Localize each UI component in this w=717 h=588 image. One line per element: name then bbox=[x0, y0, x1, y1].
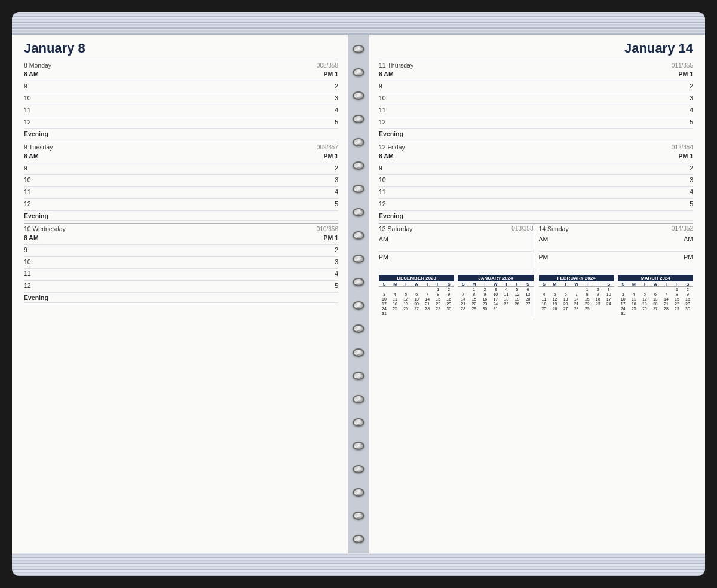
day-12-label-3: 11 bbox=[379, 188, 386, 197]
day-11-pm-1: 2 bbox=[690, 82, 693, 91]
day-8-row-2: 10 3 bbox=[24, 93, 338, 105]
day-8-pm-2: 3 bbox=[335, 94, 338, 103]
day-9-pm-4: 5 bbox=[335, 200, 338, 209]
day-12-row-0: 8 AM PM 1 bbox=[379, 151, 693, 163]
day-10-header: 10 Wednesday 010/356 bbox=[24, 223, 338, 232]
mini-cal-feb-grid: SMTWTFS 123 45678910 11121314151617 1819… bbox=[539, 282, 614, 311]
ring-12 bbox=[353, 301, 364, 310]
day-12-section: 12 Friday 012/354 8 AM PM 1 9 2 10 3 11 bbox=[379, 142, 693, 221]
mini-cal-dec-grid: SMTWTFS 12 3456789 10111213141516 171819… bbox=[379, 282, 454, 316]
day-10-row-2: 10 3 bbox=[24, 257, 338, 269]
day-8-row-4: 12 5 bbox=[24, 117, 338, 129]
mini-cal-jan: JANUARY 2024 SMTWTFS 123456 78910111213 … bbox=[458, 275, 533, 316]
day-11-label-4: 12 bbox=[379, 118, 386, 127]
ring-4 bbox=[353, 115, 364, 123]
ring-13 bbox=[353, 324, 364, 333]
mini-cal-mar-grid: SMTWTFS 12 3456789 10111213141516 171819… bbox=[618, 282, 693, 316]
day-8-pm-1: 2 bbox=[335, 82, 338, 91]
day-11-label-3: 11 bbox=[379, 106, 386, 115]
mini-cals-right: FEBRUARY 2024 SMTWTFS 123 45678910 11121… bbox=[539, 272, 694, 316]
sunday-am-label: AM bbox=[539, 235, 549, 249]
day-10-pm-4: 5 bbox=[335, 282, 338, 291]
day-9-row-1: 9 2 bbox=[24, 163, 338, 175]
ring-8 bbox=[353, 208, 364, 216]
mini-calendars: DECEMBER 2023 SMTWTFS 12 3456789 1011121… bbox=[379, 272, 534, 316]
day-11-header: 11 Thursday 011/355 bbox=[379, 60, 693, 69]
ring-10 bbox=[353, 255, 364, 263]
day-10-row-0: 8 AM PM 1 bbox=[24, 233, 338, 245]
sunday-pm-label: PM bbox=[539, 253, 549, 267]
day-8-pm-3: 4 bbox=[335, 106, 338, 115]
day-11-row-0: 8 AM PM 1 bbox=[379, 69, 693, 81]
saturday-code: 013/353 bbox=[511, 225, 533, 232]
day-9-pm-2: 3 bbox=[335, 176, 338, 185]
day-8-code: 008/358 bbox=[317, 62, 338, 69]
day-9-pm-3: 4 bbox=[335, 188, 338, 197]
day-8-label-3: 11 bbox=[24, 106, 31, 115]
ring-17 bbox=[353, 418, 364, 427]
day-8-label-0: 8 AM bbox=[24, 71, 39, 79]
day-8-label-2: 10 bbox=[24, 94, 31, 103]
day-11-code: 011/355 bbox=[672, 62, 693, 69]
day-9-section: 9 Tuesday 009/357 8 AM PM 1 9 2 10 3 11 bbox=[24, 142, 338, 221]
top-stripe bbox=[12, 12, 705, 35]
day-10-section: 10 Wednesday 010/356 8 AM PM 1 9 2 10 3 … bbox=[24, 223, 338, 303]
day-8-row-1: 9 2 bbox=[24, 81, 338, 93]
day-10-label-4: 12 bbox=[24, 282, 31, 291]
sunday-section: 14 Sunday 014/352 AM AM PM PM bbox=[534, 224, 694, 317]
saturday-am-row: AM bbox=[379, 234, 534, 252]
day-9-evening: Evening bbox=[24, 211, 338, 221]
day-10-pm-3: 4 bbox=[335, 270, 338, 279]
mini-cal-jan-grid: SMTWTFS 123456 78910111213 1415161718192… bbox=[458, 282, 533, 311]
day-12-pm-1: 2 bbox=[690, 164, 693, 173]
ring-6 bbox=[353, 161, 364, 170]
day-10-label-0: 8 AM bbox=[24, 234, 39, 243]
day-12-label-4: 12 bbox=[379, 200, 386, 209]
day-11-section: 11 Thursday 011/355 8 AM PM 1 9 2 10 3 1… bbox=[379, 60, 693, 139]
saturday-name: 13 Saturday bbox=[379, 225, 413, 232]
day-8-evening: Evening bbox=[24, 129, 338, 139]
day-11-row-3: 11 4 bbox=[379, 105, 693, 117]
sunday-am-row: AM AM bbox=[539, 234, 694, 252]
right-page: January 14 11 Thursday 011/355 8 AM PM 1… bbox=[369, 35, 705, 553]
day-12-row-3: 11 4 bbox=[379, 187, 693, 199]
sunday-pm-row: PM PM bbox=[539, 252, 694, 270]
ring-7 bbox=[353, 185, 364, 193]
day-12-row-1: 9 2 bbox=[379, 163, 693, 175]
ring-1 bbox=[353, 45, 364, 53]
right-page-header: January 14 bbox=[379, 41, 693, 56]
sunday-name: 14 Sunday bbox=[539, 225, 569, 232]
day-10-code: 010/356 bbox=[317, 226, 338, 232]
day-10-row-4: 12 5 bbox=[24, 281, 338, 293]
day-11-pm-2: 3 bbox=[690, 94, 693, 103]
day-12-evening: Evening bbox=[379, 211, 693, 221]
saturday-section: 13 Saturday 013/353 AM PM DECEMBER 2023 bbox=[379, 224, 534, 317]
day-11-name: 11 Thursday bbox=[379, 62, 413, 69]
day-8-label-1: 9 bbox=[24, 82, 27, 91]
day-8-section: 8 Monday 008/358 8 AM PM 1 9 2 10 3 11 bbox=[24, 60, 338, 139]
sunday-code: 014/352 bbox=[672, 225, 693, 232]
day-10-pm-0: PM 1 bbox=[323, 234, 338, 243]
day-12-pm-3: 4 bbox=[690, 188, 693, 197]
day-11-pm-4: 5 bbox=[690, 118, 693, 127]
day-11-label-0: 8 AM bbox=[379, 71, 394, 79]
day-9-label-0: 8 AM bbox=[24, 152, 39, 161]
day-12-label-2: 10 bbox=[379, 176, 386, 185]
day-11-row-1: 9 2 bbox=[379, 81, 693, 93]
sunday-pm-right: PM bbox=[684, 253, 693, 267]
day-10-row-1: 9 2 bbox=[24, 245, 338, 257]
ring-19 bbox=[353, 465, 364, 473]
day-12-code: 012/354 bbox=[672, 144, 693, 151]
spine bbox=[348, 35, 369, 553]
day-10-label-2: 10 bbox=[24, 258, 31, 267]
day-11-row-4: 12 5 bbox=[379, 117, 693, 129]
day-10-row-3: 11 4 bbox=[24, 269, 338, 281]
ring-22 bbox=[353, 535, 364, 543]
day-9-label-2: 10 bbox=[24, 176, 31, 185]
mini-cal-jan-title: JANUARY 2024 bbox=[458, 275, 533, 281]
bottom-stripe bbox=[12, 553, 705, 576]
ring-20 bbox=[353, 488, 364, 497]
day-12-label-1: 9 bbox=[379, 164, 382, 173]
day-9-header: 9 Tuesday 009/357 bbox=[24, 142, 338, 151]
ring-9 bbox=[353, 231, 364, 240]
